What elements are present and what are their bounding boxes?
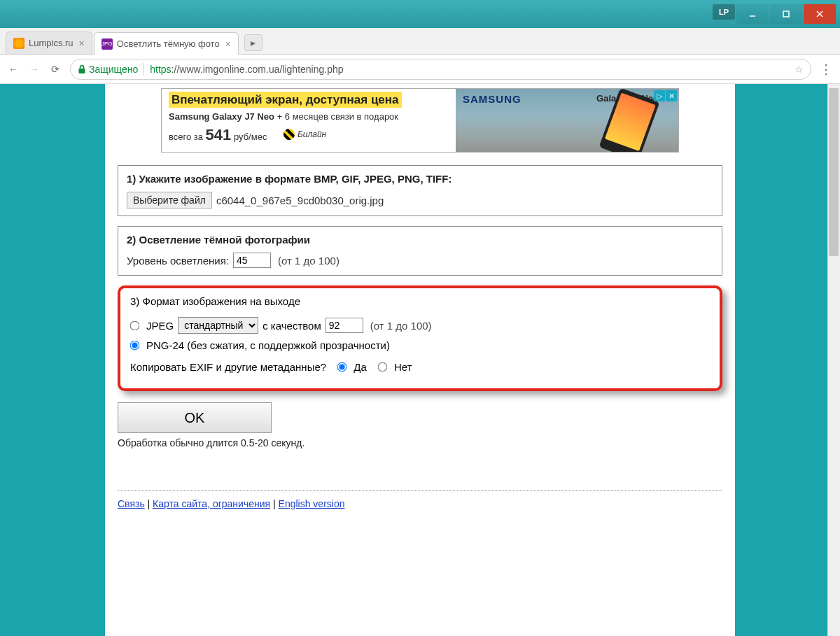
window-minimize-button[interactable] xyxy=(736,4,769,24)
browser-menu-button[interactable]: ⋮ xyxy=(820,62,833,77)
scrollbar-track[interactable] xyxy=(827,84,840,636)
bookmark-star-icon[interactable]: ☆ xyxy=(794,64,804,75)
svg-rect-4 xyxy=(79,69,85,73)
footer-link-english[interactable]: English version xyxy=(279,498,345,509)
jpeg-mode-select[interactable]: стандартный xyxy=(178,317,258,334)
png-label: PNG-24 (без сжатия, с поддержкой прозрач… xyxy=(146,339,390,351)
reload-button[interactable]: ⟳ xyxy=(49,64,62,75)
quality-hint: (от 1 до 100) xyxy=(370,320,432,332)
exif-label: Копировать EXIF и другие метаданные? xyxy=(130,361,326,373)
beeline-icon xyxy=(284,129,295,140)
footer-link-contact[interactable]: Связь xyxy=(118,498,145,509)
tab-label: Lumpics.ru xyxy=(29,38,74,48)
back-button[interactable]: ← xyxy=(7,64,20,75)
favicon-icon: JPG xyxy=(102,38,113,50)
window-titlebar: LP xyxy=(0,0,840,28)
lock-icon xyxy=(78,64,86,74)
quality-input[interactable] xyxy=(326,318,363,333)
tab-label: Осветлить тёмную фото xyxy=(117,38,220,49)
ad-image: SAMSUNG Galaxy J7 Neo ▷ ✕ xyxy=(456,89,678,152)
exif-no-label: Нет xyxy=(394,361,412,373)
close-icon[interactable]: × xyxy=(79,38,85,49)
lp-badge: LP xyxy=(713,4,735,20)
window-maximize-button[interactable] xyxy=(770,4,802,24)
scrollbar-thumb[interactable] xyxy=(829,88,839,256)
submit-area: OK Обработка обычно длится 0.5-20 секунд… xyxy=(118,402,722,448)
chosen-filename: c6044_0_967e5_9cd0b030_orig.jpg xyxy=(216,195,384,206)
page-content: Впечатляющий экран, доступная цена Samsu… xyxy=(105,84,735,636)
format-jpeg-radio[interactable] xyxy=(130,320,140,330)
format-png-radio[interactable] xyxy=(130,341,140,351)
choose-file-button[interactable]: Выберите файл xyxy=(127,192,212,209)
ad-banner[interactable]: Впечатляющий экран, доступная цена Samsu… xyxy=(161,88,679,153)
step1-title: 1) Укажите изображение в формате BMP, GI… xyxy=(127,173,713,185)
page-viewport: Впечатляющий экран, доступная цена Samsu… xyxy=(0,84,840,636)
exif-yes-label: Да xyxy=(354,361,367,373)
secure-indicator: Защищено xyxy=(78,64,138,75)
ok-button[interactable]: OK xyxy=(118,402,272,433)
processing-note: Обработка обычно длится 0.5-20 секунд. xyxy=(118,437,722,448)
level-hint: (от 1 до 100) xyxy=(278,255,340,267)
close-icon[interactable]: × xyxy=(225,38,231,50)
exif-no-radio[interactable] xyxy=(378,362,388,372)
footer-links: Связь | Карта сайта, ограничения | Engli… xyxy=(118,490,722,509)
step1-box: 1) Укажите изображение в формате BMP, GI… xyxy=(118,165,722,216)
window-close-button[interactable] xyxy=(804,4,836,24)
ad-close-icon[interactable]: ✕ xyxy=(666,90,677,101)
step3-box-highlighted: 3) Формат изображения на выходе JPEG ста… xyxy=(118,285,722,391)
separator xyxy=(144,63,144,76)
exif-yes-radio[interactable] xyxy=(337,362,347,372)
url-scheme: https xyxy=(150,64,171,75)
quality-label: с качеством xyxy=(262,320,321,332)
tab-imgonline[interactable]: JPG Осветлить тёмную фото × xyxy=(94,32,239,55)
adchoices-icon[interactable]: ▷ xyxy=(654,90,665,101)
svg-rect-1 xyxy=(783,11,789,17)
level-input[interactable] xyxy=(233,253,271,268)
url-rest: ://www.imgonline.com.ua/lightening.php xyxy=(172,64,344,75)
forward-button[interactable]: → xyxy=(28,64,41,75)
favicon-icon xyxy=(13,38,24,49)
step2-title: 2) Осветление тёмной фотографии xyxy=(127,234,713,246)
browser-toolbar: ← → ⟳ Защищено https://www.imgonline.com… xyxy=(0,55,840,84)
jpeg-label: JPEG xyxy=(146,320,174,332)
secure-label: Защищено xyxy=(89,64,138,75)
step3-title: 3) Формат изображения на выходе xyxy=(130,295,710,307)
new-tab-button[interactable]: ▸ xyxy=(244,34,262,51)
address-bar[interactable]: Защищено https://www.imgonline.com.ua/li… xyxy=(70,59,811,80)
browser-tabbar: Lumpics.ru × JPG Осветлить тёмную фото ×… xyxy=(0,28,840,55)
ad-text: Впечатляющий экран, доступная цена Samsu… xyxy=(162,89,456,152)
tab-lumpics[interactable]: Lumpics.ru × xyxy=(6,31,92,54)
footer-link-sitemap[interactable]: Карта сайта, ограничения xyxy=(153,498,270,509)
level-label: Уровень осветления: xyxy=(127,255,229,267)
step2-box: 2) Осветление тёмной фотографии Уровень … xyxy=(118,226,722,276)
ad-brand: SAMSUNG xyxy=(463,93,522,105)
